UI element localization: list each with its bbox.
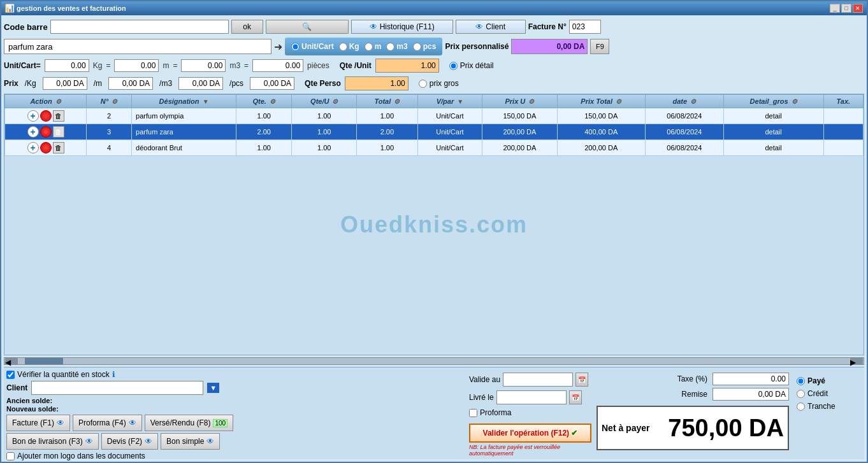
- table-row[interactable]: + 🗑 2 parfum olympia 1.00 1.00 1.00 Unit…: [5, 108, 864, 124]
- col-qteu: Qte/U ⚙: [292, 95, 357, 108]
- f9-button[interactable]: F9: [590, 39, 609, 54]
- action-buttons-2: Bon de livraison (F3) 👁 Devis (F2) 👁 Bon…: [6, 433, 467, 450]
- radio-pcs[interactable]: pcs: [413, 42, 437, 51]
- qte-perso-input[interactable]: [345, 76, 409, 90]
- proforma-check-row[interactable]: Proforma: [469, 408, 591, 417]
- eq1: =: [106, 61, 110, 70]
- radio-m[interactable]: m: [365, 42, 382, 51]
- livre-cal-btn[interactable]: 📅: [569, 390, 582, 404]
- prixu-cell: 200,00 DA: [482, 140, 557, 156]
- client-button[interactable]: 👁 Client: [456, 20, 526, 34]
- unit-radio-group: Unit/Cart Kg m m3 pcs: [285, 38, 442, 55]
- radio-credit[interactable]: Crédit: [797, 389, 857, 398]
- delete-row-btn[interactable]: 🗑: [53, 142, 64, 153]
- table-row[interactable]: + 🗑 4 déodorant Brut 1.00 1.00 1.00 Unit…: [5, 140, 864, 156]
- search-button[interactable]: 🔍: [266, 20, 349, 34]
- designation-cell: déodorant Brut: [132, 140, 236, 156]
- facture-btn-label: Facture (F1): [12, 418, 54, 427]
- verify-row: Vérifier la quantité en stock ℹ: [6, 370, 467, 379]
- col-total: Total ⚙: [357, 95, 417, 108]
- livre-date-input[interactable]: [496, 390, 567, 404]
- radio-prix-gros[interactable]: prix gros: [419, 79, 459, 88]
- eq2: =: [173, 61, 177, 70]
- client-label: Client: [486, 22, 505, 31]
- table-row[interactable]: + 🗑 3 parfum zara 2.00 1.00 2.00 Unit/Ca…: [5, 124, 864, 140]
- pcs-prix-input[interactable]: [250, 77, 294, 90]
- bon-livraison-button[interactable]: Bon de livraison (F3) 👁: [6, 433, 99, 450]
- m3-value-input[interactable]: [181, 59, 226, 72]
- facture-button[interactable]: Facture (F1) 👁: [6, 415, 70, 431]
- add-row-btn[interactable]: +: [27, 110, 39, 122]
- main-content: Code barre ok 🔍 👁 Historique (F11) 👁 Cli…: [1, 15, 867, 462]
- horizontal-scrollbar[interactable]: ◀ ▶: [4, 357, 864, 365]
- product-search-input[interactable]: [4, 39, 271, 54]
- minimize-button[interactable]: _: [830, 4, 840, 13]
- verify-info-icon[interactable]: ℹ: [112, 370, 115, 379]
- kg-value-input[interactable]: [45, 59, 89, 72]
- scroll-left-btn[interactable]: ◀: [5, 358, 18, 364]
- proforma-checkbox[interactable]: [469, 409, 477, 417]
- m-value-input[interactable]: [114, 59, 159, 72]
- action-cell: + 🗑: [5, 124, 87, 140]
- designation-cell: parfum zara: [132, 124, 236, 140]
- pieces-value-input[interactable]: [252, 59, 303, 72]
- m-label: m: [375, 42, 382, 51]
- add-row-btn[interactable]: +: [27, 126, 39, 138]
- prix-perso-input[interactable]: [511, 39, 588, 54]
- prix-perso-label: Prix personnalisé: [445, 42, 509, 51]
- search-icon: 🔍: [302, 22, 312, 31]
- radio-paye[interactable]: Payé: [797, 376, 857, 385]
- red-circle-btn[interactable]: [40, 110, 52, 122]
- client-input[interactable]: [31, 381, 203, 395]
- radio-m3[interactable]: m3: [386, 42, 407, 51]
- facture-number-input[interactable]: [569, 20, 601, 34]
- valider-button[interactable]: Valider l'opération (F12) ✔: [469, 424, 591, 443]
- m3-prix-input[interactable]: [178, 77, 223, 90]
- delete-row-btn[interactable]: 🗑: [53, 110, 64, 122]
- scroll-thumb[interactable]: [25, 358, 63, 364]
- radio-prix-detail[interactable]: Prix détail: [449, 61, 494, 70]
- verify-stock-checkbox[interactable]: [6, 371, 15, 379]
- eye-icon-bl: 👁: [85, 437, 93, 446]
- pcs-prix-label: /pcs: [227, 79, 246, 88]
- historique-label: Historique (F11): [380, 22, 435, 31]
- logo-checkbox[interactable]: [6, 452, 15, 460]
- num-cell: 3: [87, 124, 132, 140]
- remise-input[interactable]: [712, 388, 789, 401]
- qte-unit-input[interactable]: [375, 59, 439, 73]
- num-cell: 4: [87, 140, 132, 156]
- historique-button[interactable]: 👁 Historique (F11): [351, 20, 453, 34]
- delete-row-btn[interactable]: 🗑: [53, 126, 64, 138]
- taxe-input[interactable]: [712, 373, 789, 385]
- radio-tranche[interactable]: Tranche: [797, 402, 857, 411]
- prix-gros-label: prix gros: [430, 79, 459, 88]
- client-dropdown-btn[interactable]: ▼: [207, 383, 219, 393]
- action-buttons: Facture (F1) 👁 Proforma (F4) 👁 Versé/Ren…: [6, 415, 467, 431]
- vers-rendu-button[interactable]: Versé/Rendu (F8) 100: [145, 415, 233, 431]
- red-circle-btn[interactable]: [40, 126, 52, 138]
- ok-button[interactable]: ok: [231, 20, 263, 34]
- add-row-btn[interactable]: +: [27, 142, 39, 153]
- devis-button[interactable]: Devis (F2) 👁: [101, 433, 158, 450]
- valide-cal-btn[interactable]: 📅: [575, 373, 588, 387]
- qte-perso-label: Qte Perso: [305, 79, 341, 88]
- proforma-button[interactable]: Proforma (F4) 👁: [73, 415, 142, 431]
- net-payer-box: Net à payer 750,00 DA: [597, 406, 789, 450]
- qte-perso-section: Qte Perso: [305, 76, 409, 90]
- maximize-button[interactable]: □: [841, 4, 851, 13]
- scroll-right-btn[interactable]: ▶: [850, 358, 863, 364]
- red-circle-btn[interactable]: [40, 142, 52, 153]
- close-button[interactable]: ✕: [853, 4, 863, 13]
- radio-unit-cart[interactable]: Unit/Cart: [291, 42, 334, 51]
- bon-simple-button[interactable]: Bon simple 👁: [161, 433, 220, 450]
- qte-unit-section: Qte /Unit: [340, 59, 439, 73]
- livre-label: Livré le: [469, 393, 494, 402]
- kg-prix-input[interactable]: [43, 77, 87, 90]
- proforma-check-label: Proforma: [480, 408, 511, 417]
- m-prix-input[interactable]: [108, 77, 153, 90]
- verify-stock-label: Vérifier la quantité en stock: [17, 370, 110, 379]
- valide-date-input[interactable]: [503, 373, 573, 387]
- code-barre-input[interactable]: [50, 20, 229, 34]
- scroll-track[interactable]: [18, 358, 850, 364]
- radio-kg[interactable]: Kg: [339, 42, 359, 51]
